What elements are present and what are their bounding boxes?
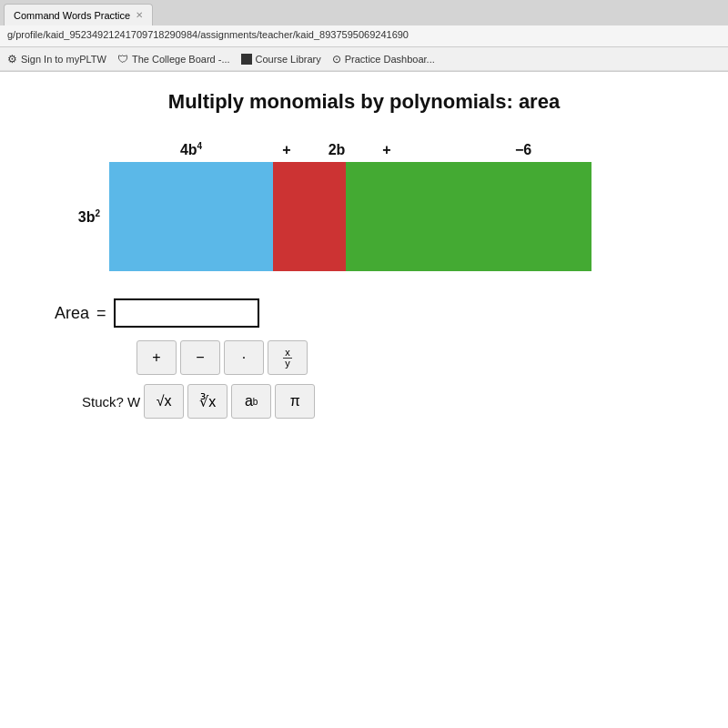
rect-green xyxy=(346,162,592,271)
tab-bar: Command Words Practice ✕ xyxy=(0,0,728,25)
course-library-icon xyxy=(241,54,252,65)
address-bar[interactable]: g/profile/kaid_95234921241709718290984/a… xyxy=(0,25,728,47)
term3-label: −6 xyxy=(400,142,646,158)
bookmark-course-library[interactable]: Course Library xyxy=(241,54,321,65)
browser-chrome: Command Words Practice ✕ g/profile/kaid_… xyxy=(0,0,728,72)
bookmark-college-board[interactable]: 🛡 The College Board -... xyxy=(117,53,230,66)
bookmark-course-library-label: Course Library xyxy=(256,54,321,65)
tab-close-icon[interactable]: ✕ xyxy=(136,10,143,20)
plus-button[interactable]: + xyxy=(136,340,177,375)
bookmark-college-board-label: The College Board -... xyxy=(132,54,230,65)
calc-buttons-row1: + − · x y xyxy=(136,340,701,375)
sign-in-icon: ⚙ xyxy=(7,53,17,66)
url-text: g/profile/kaid_95234921241709718290984/a… xyxy=(7,29,409,40)
row-label: 3b2 xyxy=(55,208,109,226)
minus-button[interactable]: − xyxy=(180,340,220,375)
bookmark-sign-in[interactable]: ⚙ Sign In to myPLTW xyxy=(7,53,106,66)
top-labels-row: 4b4 + 2b + −6 xyxy=(109,141,673,158)
plus2-label: + xyxy=(373,142,400,158)
area-section: Area = + − · x y Stuck? W √x ∛x ab π xyxy=(55,298,701,419)
bookmark-sign-in-label: Sign In to myPLTW xyxy=(21,54,106,65)
bookmark-practice-dashboard[interactable]: ⊙ Practice Dashboar... xyxy=(332,53,435,66)
rect-container xyxy=(109,162,592,271)
page-content: Multiply monomials by polynomials: area … xyxy=(0,72,728,437)
plus1-label: + xyxy=(273,142,300,158)
college-board-icon: 🛡 xyxy=(117,53,128,66)
term2-label: 2b xyxy=(300,142,373,158)
page-title: Multiply monomials by polynomials: area xyxy=(27,90,701,114)
stuck-text: Stuck? W xyxy=(82,394,140,410)
stuck-row: Stuck? W √x ∛x ab π xyxy=(82,384,701,419)
fraction-button[interactable]: x y xyxy=(268,340,308,375)
rectangle-row: 3b2 xyxy=(55,162,673,271)
cbrt-button[interactable]: ∛x xyxy=(187,384,228,419)
sqrt-button[interactable]: √x xyxy=(144,384,184,419)
fraction-bottom: y xyxy=(283,359,292,369)
rect-blue xyxy=(109,162,273,271)
area-model: 4b4 + 2b + −6 3b2 xyxy=(55,141,673,271)
practice-dashboard-icon: ⊙ xyxy=(332,53,341,66)
rect-red xyxy=(273,162,346,271)
tab-label: Command Words Practice xyxy=(14,10,130,21)
pi-button[interactable]: π xyxy=(275,384,315,419)
term1-label: 4b4 xyxy=(109,141,273,158)
bookmarks-bar: ⚙ Sign In to myPLTW 🛡 The College Board … xyxy=(0,47,728,71)
area-input-row: Area = xyxy=(55,298,701,328)
area-text-label: Area xyxy=(55,304,89,323)
power-button[interactable]: ab xyxy=(231,384,271,419)
equals-sign: = xyxy=(96,304,106,323)
bookmark-practice-label: Practice Dashboar... xyxy=(345,54,435,65)
dot-button[interactable]: · xyxy=(224,340,264,375)
area-input-field[interactable] xyxy=(114,298,259,328)
active-tab[interactable]: Command Words Practice ✕ xyxy=(4,4,153,25)
